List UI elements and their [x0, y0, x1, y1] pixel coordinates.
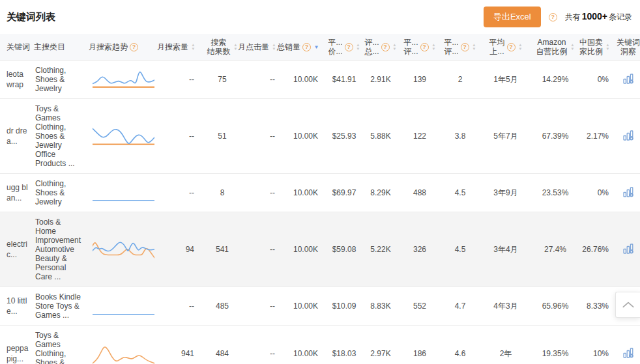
column-header-total_sales[interactable]: 总销量?▼	[283, 34, 326, 61]
help-icon[interactable]: ?	[345, 43, 353, 51]
column-label: 上...	[489, 47, 505, 56]
export-excel-button[interactable]: 导出Excel	[484, 7, 541, 27]
keyword-insight-icon	[623, 130, 634, 141]
cell-search_results: 485	[202, 287, 242, 326]
cell-trend	[86, 326, 162, 364]
cell-keyword: peppa pig...	[0, 326, 31, 364]
table-row: peppa pig...Toys & Games Clothing, Shoes…	[0, 326, 640, 364]
cell-monthly_search: --	[162, 174, 202, 212]
cell-amazon_ratio: 67.39%	[532, 99, 579, 174]
keyword-insight-button[interactable]	[623, 74, 634, 84]
keyword-insight-icon	[623, 348, 634, 358]
column-label: 评...	[444, 47, 459, 56]
cell-avg_rating: 4.6	[441, 326, 480, 364]
back-to-top-button[interactable]	[615, 292, 640, 318]
sort-icon[interactable]: ▲▼	[570, 43, 575, 51]
column-header-avg_listing_age[interactable]: 平均上...?▲▼	[480, 34, 532, 61]
column-header-avg_rating[interactable]: 平...评...?▲▼	[441, 34, 480, 61]
column-header-monthly_search[interactable]: 月搜索量▲▼	[162, 34, 202, 61]
records-suffix: 条记录	[609, 12, 632, 21]
cell-total_sales: 10.00K	[283, 61, 326, 99]
trend-sparkline	[93, 239, 154, 260]
cell-keyword: dr drea...	[0, 99, 31, 174]
table-row: electric...Tools & Home Improvement Auto…	[0, 212, 640, 287]
keyword-insight-button[interactable]	[623, 348, 634, 358]
column-header-cn_seller_ratio[interactable]: 中国卖家比例▲▼	[579, 34, 617, 61]
help-icon[interactable]: ?	[420, 43, 429, 51]
column-header-avg_price[interactable]: 平...价...?▲▼	[326, 34, 362, 61]
sort-icon[interactable]: ▲▼	[518, 43, 523, 51]
column-label: 价...	[328, 47, 343, 56]
help-icon[interactable]: ?	[549, 13, 557, 21]
sort-icon[interactable]: ▲▼	[191, 43, 196, 51]
cell-search_results: 484	[202, 326, 242, 364]
cell-amazon_ratio: 27.4%	[532, 212, 579, 287]
help-icon[interactable]: ?	[507, 43, 516, 51]
cell-monthly_clicks: --	[242, 99, 283, 174]
column-label: 月搜索趋势	[89, 42, 128, 51]
cell-monthly_clicks: --	[242, 326, 283, 364]
sort-icon[interactable]: ▲▼	[392, 43, 397, 51]
page-title: 关键词列表	[7, 11, 55, 23]
column-label: 评...	[404, 47, 418, 56]
column-header-avg_reviews[interactable]: 平...评...?▲▼	[399, 34, 441, 61]
caret-down-icon: ▼	[431, 47, 435, 50]
cell-monthly_clicks: --	[242, 61, 283, 99]
column-header-trend: 月搜索趋势?	[86, 34, 162, 61]
sort-icon[interactable]: ▲▼	[356, 43, 360, 51]
cell-category: Toys & Games Clothing, Shoes & Jewelry O…	[31, 99, 86, 174]
column-label: 总销量	[277, 42, 300, 51]
sort-icon[interactable]: ▲▼	[233, 43, 238, 51]
sort-icon[interactable]: ▲▼	[472, 43, 476, 51]
cell-avg_listing_age: 3年4月	[480, 212, 532, 287]
caret-down-icon: ▼	[570, 47, 574, 50]
column-label: 平均	[489, 38, 505, 47]
chevron-up-icon	[621, 301, 635, 309]
column-header-keyword: 关键词	[0, 34, 31, 61]
cell-category: Clothing, Shoes & Jewelry	[31, 174, 86, 212]
cell-insight	[617, 99, 640, 174]
table-header: 关键词主搜类目月搜索趋势?月搜索量▲▼搜索结果数▲▼月点击量▲▼总销量?▼平..…	[0, 34, 640, 61]
caret-down-icon: ▼	[518, 47, 522, 50]
keyword-insight-button[interactable]	[623, 130, 634, 141]
column-header-review_total[interactable]: 评...总...?▲▼	[362, 34, 399, 61]
column-label: 平...	[328, 38, 343, 47]
help-icon[interactable]: ?	[461, 43, 469, 51]
keyword-insight-button[interactable]	[623, 187, 634, 197]
cell-total_sales: 10.00K	[283, 326, 326, 364]
cell-trend	[86, 174, 162, 212]
sort-icon-active[interactable]: ▼	[313, 44, 319, 50]
cell-avg_rating: 4.5	[441, 212, 480, 287]
keyword-insight-icon	[623, 74, 634, 84]
column-header-search_results[interactable]: 搜索结果数▲▼	[202, 34, 242, 61]
table-row: leota wrapClothing, Shoes & Jewelry--75-…	[0, 61, 640, 99]
records-count: 共有1000+条记录	[565, 11, 632, 23]
table-row: dr drea...Toys & Games Clothing, Shoes &…	[0, 99, 640, 174]
keyword-insight-icon	[623, 244, 634, 254]
column-header-insight: 关键词洞察	[617, 34, 640, 61]
column-label: Amazon	[536, 38, 568, 47]
sort-icon[interactable]: ▲▼	[272, 43, 276, 51]
cell-trend	[86, 212, 162, 287]
trend-sparkline	[93, 343, 154, 364]
cell-keyword: electric...	[0, 212, 31, 287]
cell-cn_seller_ratio: 10%	[579, 326, 617, 364]
cell-cn_seller_ratio: 0%	[579, 174, 617, 212]
cell-category: Clothing, Shoes & Jewelry	[31, 61, 86, 99]
help-icon[interactable]: ?	[130, 43, 138, 51]
column-header-amazon_ratio[interactable]: Amazon自营比例▲▼	[532, 34, 579, 61]
help-icon[interactable]: ?	[381, 43, 390, 51]
sort-icon[interactable]: ▲▼	[605, 43, 610, 51]
column-label: 家比例	[579, 47, 603, 56]
trend-sparkline	[93, 296, 154, 316]
help-icon[interactable]: ?	[302, 43, 311, 51]
column-label: 评...	[365, 38, 379, 47]
keyword-insight-button[interactable]	[623, 244, 634, 254]
cell-category: Tools & Home Improvement Automotive Beau…	[31, 212, 86, 287]
column-label: 结果数	[207, 47, 231, 56]
cell-cn_seller_ratio: 8.33%	[579, 287, 617, 326]
keyword-table: 关键词主搜类目月搜索趋势?月搜索量▲▼搜索结果数▲▼月点击量▲▼总销量?▼平..…	[0, 34, 640, 364]
cell-search_results: 75	[202, 61, 242, 99]
sort-icon[interactable]: ▲▼	[431, 43, 436, 51]
cell-cn_seller_ratio: 0%	[579, 61, 617, 99]
